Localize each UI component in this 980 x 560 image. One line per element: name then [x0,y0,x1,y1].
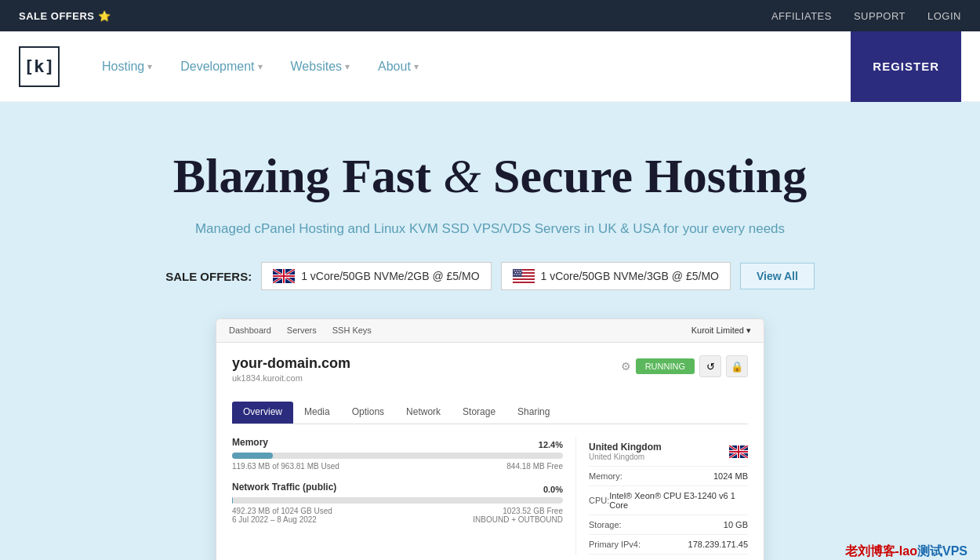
dash-account[interactable]: Kuroit Limited ▾ [691,325,751,336]
svg-rect-34 [729,451,748,453]
sale-offers-badge: SALE OFFERS ⭐ [19,10,111,22]
view-all-button[interactable]: View All [740,263,815,289]
lock-icon[interactable]: 🔒 [726,355,748,377]
svg-point-19 [514,272,516,274]
svg-rect-8 [273,275,295,277]
tab-sharing[interactable]: Sharing [506,402,561,424]
server-name: your-domain.com [232,355,350,372]
svg-point-15 [514,270,515,271]
dash-controls: ⚙ RUNNING ↺ 🔒 [621,355,748,377]
location-row: United Kingdom United Kingdom [589,437,748,467]
top-bar-right: AFFILIATES SUPPORT LOGIN [771,10,961,22]
nav-websites[interactable]: Websites ▾ [280,53,361,80]
svg-point-25 [521,274,522,275]
dash-two-col: Memory 12.4% 119.63 MB of 963.81 MB Used… [232,437,748,555]
sale-label: SALE OFFERS: [165,270,252,283]
dash-server-header-row: your-domain.com uk1834.kuroit.com ⚙ RUNN… [232,355,748,392]
svg-point-24 [518,274,520,275]
memory-details: 119.63 MB of 963.81 MB Used 844.18 MB Fr… [232,462,563,471]
watermark-cn: 老刘博客-lao [845,544,917,558]
nav-development-label: Development [180,60,254,74]
location-label: United Kingdom [589,442,662,453]
register-button[interactable]: REGISTER [851,31,961,102]
memory-bar-background [232,453,563,459]
memory-info-value: 1024 MB [713,471,748,481]
hero-title: Blazing Fast & Secure Hosting [31,149,949,202]
running-status-button[interactable]: RUNNING [636,358,695,374]
svg-point-18 [521,270,522,271]
dashboard-header: Dashboard Servers SSH Keys Kuroit Limite… [216,319,764,343]
ipv4-info-row: Primary IPv4: 178.239.171.45 [589,535,748,555]
top-bar: SALE OFFERS ⭐ AFFILIATES SUPPORT LOGIN [0,0,980,31]
ipv4-info-label: Primary IPv4: [589,540,641,549]
dashboard-body: your-domain.com uk1834.kuroit.com ⚙ RUNN… [216,343,764,560]
sale-offers-bar: SALE OFFERS: 1 vCore/50GB NVMe/2GB @ £5/… [31,262,949,290]
dash-nav-dashboard[interactable]: Dashboard [229,325,271,336]
watermark: 老刘博客-lao测试VPS [845,543,967,560]
network-date-text: 6 Jul 2022 – 8 Aug 2022 [232,515,332,524]
main-nav: [k] Hosting ▾ Development ▾ Websites ▾ A… [0,31,980,102]
hero-section: Blazing Fast & Secure Hosting Managed cP… [0,102,980,560]
logo[interactable]: [k] [19,46,60,87]
network-left-details: 492.23 MB of 1024 GB Used 6 Jul 2022 – 8… [232,507,332,524]
uk-flag-small-icon [729,445,748,458]
memory-info-row: Memory: 1024 MB [589,467,748,486]
location-value: United Kingdom [589,453,662,461]
tab-overview[interactable]: Overview [232,402,293,424]
svg-point-22 [514,274,515,275]
dashboard-mockup: Dashboard Servers SSH Keys Kuroit Limite… [216,318,764,560]
svg-point-20 [517,272,518,274]
tab-network[interactable]: Network [395,402,452,424]
nav-development-chevron: ▾ [258,61,263,72]
uk-flag-icon [273,269,295,283]
network-direction-text: INBOUND + OUTBOUND [473,515,563,524]
cpu-info-label: CPU: [589,496,609,505]
nav-hosting[interactable]: Hosting ▾ [91,53,163,80]
memory-bar-fill [232,453,273,459]
nav-about[interactable]: About ▾ [367,53,430,80]
offer-us-text: 1 vCore/50GB NVMe/3GB @ £5/MO [541,270,719,282]
dash-nav-sshkeys[interactable]: SSH Keys [332,325,372,336]
tab-storage[interactable]: Storage [452,402,506,424]
offer-uk-pill: 1 vCore/50GB NVMe/2GB @ £5/MO [261,262,491,290]
affiliates-link[interactable]: AFFILIATES [771,10,832,22]
network-details: 492.23 MB of 1024 GB Used 6 Jul 2022 – 8… [232,507,563,524]
svg-point-16 [516,270,517,271]
ipv4-info-value: 178.239.171.45 [688,540,748,549]
nav-websites-chevron: ▾ [345,61,350,72]
us-flag-icon [513,269,535,283]
power-icon[interactable]: ↺ [699,355,721,377]
svg-point-23 [516,274,517,275]
network-bar-background [232,497,563,504]
dashboard-tabs: Overview Media Options Network Storage S… [232,402,748,424]
tab-media[interactable]: Media [293,402,341,424]
server-sub: uk1834.kuroit.com [232,373,350,383]
svg-point-17 [518,270,520,271]
network-right-details: 1023.52 GB Free INBOUND + OUTBOUND [473,507,563,524]
nav-hosting-chevron: ▾ [147,61,152,72]
storage-info-label: Storage: [589,520,622,529]
gear-icon[interactable]: ⚙ [621,360,631,373]
dash-server-info: your-domain.com uk1834.kuroit.com [232,355,350,392]
network-percent: 0.0% [543,485,563,494]
top-bar-left: SALE OFFERS ⭐ [19,10,111,22]
storage-info-row: Storage: 10 GB [589,515,748,535]
cpu-info-row: CPU: Intel® Xeon® CPU E3-1240 v6 1 Core [589,486,748,515]
offer-uk-text: 1 vCore/50GB NVMe/2GB @ £5/MO [301,270,479,282]
network-free-text: 1023.52 GB Free [473,507,563,515]
memory-metric: Memory 12.4% 119.63 MB of 963.81 MB Used… [232,437,563,471]
offer-us-pill: 1 vCore/50GB NVMe/3GB @ £5/MO [501,262,731,290]
svg-rect-13 [513,280,535,282]
memory-info-label: Memory: [589,471,622,481]
memory-percent: 12.4% [539,440,563,449]
hero-subtitle: Managed cPanel Hosting and Linux KVM SSD… [31,221,949,237]
login-link[interactable]: LOGIN [927,10,961,22]
tab-options[interactable]: Options [341,402,395,424]
nav-development[interactable]: Development ▾ [169,53,273,80]
logo-text: [k] [24,56,55,76]
hero-title-part2: Secure Hosting [493,149,807,202]
support-link[interactable]: SUPPORT [854,10,906,22]
memory-used-text: 119.63 MB of 963.81 MB Used [232,462,339,471]
dash-nav-servers[interactable]: Servers [287,325,317,336]
svg-point-21 [519,272,521,274]
